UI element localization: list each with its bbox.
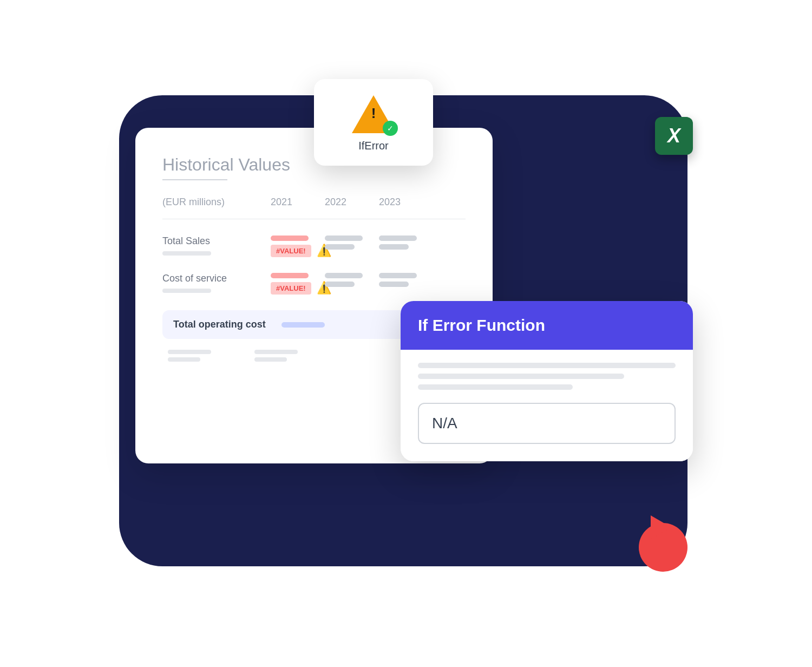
cell-bar-gray [325, 273, 363, 278]
error-row-wrap: #VALUE! ⚠️ [271, 244, 325, 258]
cell-cost-service-2022 [325, 273, 379, 287]
error-row-wrap: #VALUE! ⚠️ [271, 281, 325, 295]
if-line [418, 384, 573, 390]
play-button-icon[interactable] [651, 515, 671, 539]
if-error-header: If Error Function [401, 301, 693, 350]
check-badge-icon: ✓ [383, 121, 398, 136]
col-2021: 2021 [271, 197, 325, 208]
bottom-bar [254, 350, 298, 354]
row-sublabel [162, 251, 211, 256]
bottom-bar-group [168, 350, 211, 362]
cell-total-sales-2022 [325, 236, 379, 250]
cell-bar-gray-sm [379, 282, 409, 287]
row-label-group: Cost of service [162, 273, 271, 293]
table-divider [162, 219, 466, 219]
bottom-bar [254, 357, 287, 362]
cell-bar-gray-sm [325, 282, 355, 287]
bottom-bar [168, 357, 200, 362]
table-row: Total Sales #VALUE! ⚠️ [162, 236, 466, 258]
if-line [418, 374, 624, 379]
iferror-label: IfError [358, 140, 389, 152]
iferror-tooltip-card: ! ✓ IfError [314, 79, 433, 166]
excel-icon: X [655, 117, 693, 155]
excel-letter: X [667, 125, 680, 147]
total-label: Total operating cost [173, 319, 281, 330]
cell-bar-gray [325, 236, 363, 241]
cell-cost-service-2023 [379, 273, 433, 287]
row-label-total-sales: Total Sales [162, 236, 271, 247]
col-2022: 2022 [325, 197, 379, 208]
if-error-function-card: If Error Function N/A [401, 301, 693, 461]
cell-bar-pink [271, 236, 309, 241]
cell-bar-pink [271, 273, 309, 278]
iferror-icon-wrap: ! ✓ [352, 95, 395, 133]
error-badge: #VALUE! [271, 245, 311, 257]
cell-bar-gray-sm [325, 244, 355, 250]
bottom-bar [168, 350, 211, 354]
cell-bar-gray [379, 273, 417, 278]
cell-bar-gray-sm [379, 244, 409, 250]
scene: X ! ✓ IfError Historical Values (EUR mil… [108, 63, 704, 604]
row-label-group: Total Sales [162, 236, 271, 256]
total-bar [281, 322, 325, 328]
cell-bar-gray [379, 236, 417, 241]
table-header: (EUR millions) 2021 2022 2023 [162, 197, 466, 208]
bottom-bar-group [254, 350, 298, 362]
na-value: N/A [432, 415, 457, 431]
cell-total-sales-2021: #VALUE! ⚠️ [271, 236, 325, 258]
if-error-lines [418, 363, 676, 390]
error-badge: #VALUE! [271, 282, 311, 295]
if-error-title: If Error Function [418, 316, 676, 335]
cell-total-sales-2023 [379, 236, 433, 250]
cell-cost-service-2021: #VALUE! ⚠️ [271, 273, 325, 295]
col-2023: 2023 [379, 197, 433, 208]
row-sublabel [162, 289, 211, 293]
table-row: Cost of service #VALUE! ⚠️ [162, 273, 466, 295]
if-error-body: N/A [401, 350, 693, 461]
row-label-cost-service: Cost of service [162, 273, 271, 284]
title-underline [162, 179, 227, 180]
na-box: N/A [418, 403, 676, 444]
col-label: (EUR millions) [162, 197, 271, 208]
exclamation-icon: ! [371, 105, 376, 122]
if-line [418, 363, 676, 368]
